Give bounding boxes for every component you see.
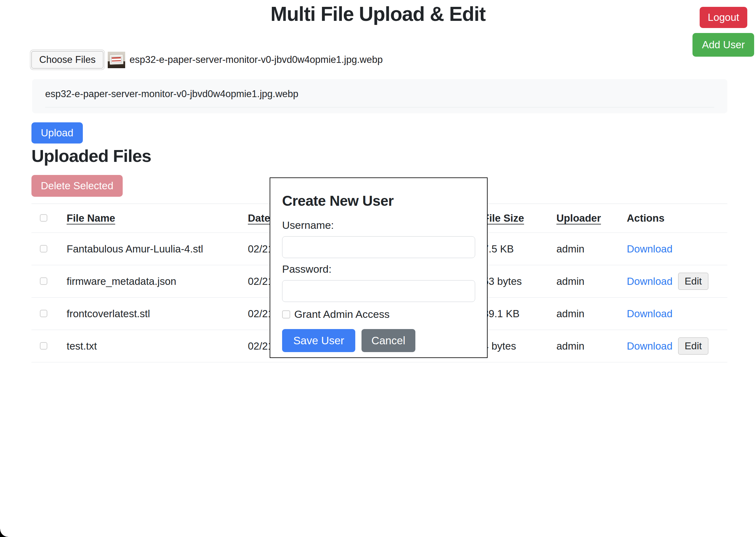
download-link[interactable]: Download [627, 243, 673, 255]
edit-button[interactable]: Edit [678, 338, 708, 354]
cell-uploader: admin [556, 308, 627, 320]
row-checkbox[interactable] [40, 277, 47, 285]
cell-file-name: frontcoverlatest.stl [66, 308, 248, 320]
download-link[interactable]: Download [627, 308, 673, 320]
create-user-modal: Create New User Username: Password: Gran… [270, 178, 487, 358]
row-checkbox[interactable] [40, 310, 47, 317]
epaper-screen [111, 56, 122, 63]
grant-admin-row: Grant Admin Access [282, 308, 475, 320]
cell-file-name: Fantabulous Amur-Luulia-4.stl [66, 243, 248, 255]
cell-file-name: test.txt [66, 340, 248, 352]
uploaded-files-heading: Uploaded Files [31, 146, 151, 166]
save-user-button[interactable]: Save User [282, 329, 355, 352]
epaper-device-image [109, 54, 123, 65]
header-file-name[interactable]: File Name [66, 212, 248, 224]
choose-files-button[interactable]: Choose Files [31, 51, 104, 68]
logout-button[interactable]: Logout [700, 7, 747, 28]
cell-file-size: 39.1 KB [483, 308, 556, 320]
select-all-checkbox[interactable] [40, 214, 47, 222]
row-checkbox[interactable] [40, 342, 47, 350]
file-input-row: Choose Files esp32-e-paper-server-monito… [31, 51, 383, 68]
upload-button[interactable]: Upload [31, 122, 83, 144]
grant-admin-label: Grant Admin Access [294, 308, 390, 320]
cell-file-name: firmware_metadata.json [66, 275, 248, 287]
cell-uploader: admin [556, 340, 627, 352]
row-checkbox[interactable] [40, 245, 47, 253]
cell-file-size: 53 bytes [483, 275, 556, 287]
username-label: Username: [282, 219, 475, 231]
selected-file-thumbnail [108, 52, 125, 68]
header-uploader[interactable]: Uploader [556, 212, 627, 224]
header-file-size[interactable]: File Size [483, 212, 556, 224]
grant-admin-checkbox[interactable] [282, 310, 290, 318]
password-label: Password: [282, 263, 475, 275]
cell-uploader: admin [556, 275, 627, 287]
page-title: Multi File Upload & Edit [0, 3, 756, 25]
password-input[interactable] [282, 280, 475, 302]
selected-file-name: esp32-e-paper-server-monitor-v0-jbvd0w4o… [130, 54, 383, 65]
add-user-button[interactable]: Add User [693, 33, 754, 57]
queued-file-item: esp32-e-paper-server-monitor-v0-jbvd0w4o… [45, 79, 714, 107]
screen-corner [0, 529, 8, 537]
modal-title: Create New User [282, 192, 475, 209]
queued-files-list: esp32-e-paper-server-monitor-v0-jbvd0w4o… [32, 79, 727, 113]
edit-button[interactable]: Edit [678, 273, 708, 290]
delete-selected-button[interactable]: Delete Selected [31, 175, 123, 197]
cancel-button[interactable]: Cancel [361, 329, 415, 352]
cell-file-size: 4 bytes [483, 340, 556, 352]
download-link[interactable]: Download [627, 275, 673, 287]
cell-file-size: 7.5 KB [483, 243, 556, 255]
username-input[interactable] [282, 236, 475, 258]
header-actions: Actions [627, 212, 727, 224]
cell-uploader: admin [556, 243, 627, 255]
download-link[interactable]: Download [627, 340, 673, 352]
